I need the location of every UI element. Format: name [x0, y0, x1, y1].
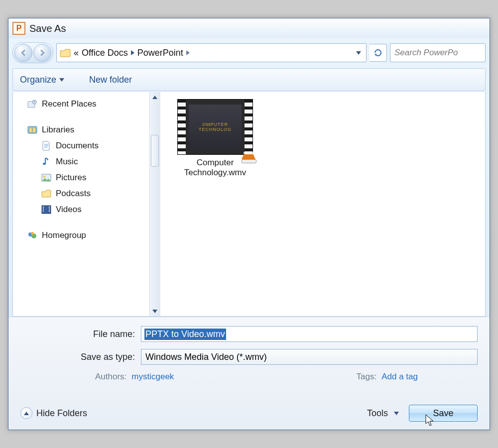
- authors-value[interactable]: mysticgeek: [131, 372, 174, 382]
- main-split: Recent Places Libraries Documents Music: [12, 92, 486, 317]
- nav-pane: Recent Places Libraries Documents Music: [13, 92, 160, 316]
- sidebar-label: Pictures: [56, 173, 86, 183]
- sidebar-item-homegroup[interactable]: Homegroup: [13, 227, 160, 243]
- footer: Hide Folders Tools Save: [20, 405, 478, 422]
- scroll-down-button[interactable]: [150, 306, 160, 316]
- hide-folders-label: Hide Folders: [36, 408, 87, 419]
- svg-rect-9: [43, 207, 44, 208]
- music-icon: [41, 156, 52, 167]
- sidebar-label: Documents: [56, 141, 99, 151]
- organize-menu[interactable]: Organize: [20, 75, 64, 85]
- sidebar-label: Podcasts: [56, 189, 91, 199]
- new-folder-label: New folder: [89, 75, 132, 85]
- chevron-down-icon: [59, 78, 64, 82]
- tools-label: Tools: [367, 408, 388, 419]
- sidebar-label: Homegroup: [42, 230, 86, 240]
- file-name-line2: Technology.wmv: [170, 168, 260, 178]
- svg-rect-14: [49, 211, 50, 212]
- svg-point-7: [43, 176, 45, 178]
- sidebar-label: Libraries: [42, 125, 74, 135]
- cursor-icon: [425, 414, 435, 427]
- tags-value[interactable]: Add a tag: [381, 372, 418, 382]
- filename-value: PPTX to Video.wmv: [144, 329, 226, 340]
- chevron-down-icon: [394, 412, 399, 415]
- save-as-dialog: P Save As « Office Docs PowerPoint: [8, 18, 490, 430]
- sidebar-label: Recent Places: [42, 99, 97, 109]
- back-forward-group: [12, 42, 53, 63]
- svg-point-5: [43, 163, 46, 165]
- breadcrumb: « Office Docs PowerPoint: [74, 48, 353, 58]
- folder-icon: [60, 47, 71, 58]
- sidebar-item-videos[interactable]: Videos: [13, 202, 160, 218]
- sidebar-item-libraries[interactable]: Libraries: [13, 122, 160, 138]
- breadcrumb-seg-2[interactable]: PowerPoint: [137, 48, 183, 58]
- svg-rect-3: [29, 128, 32, 132]
- toolbar: Organize New folder: [12, 68, 486, 91]
- sidebar-scrollbar[interactable]: [149, 92, 160, 316]
- window-title: Save As: [29, 23, 66, 34]
- arrow-right-icon: [39, 49, 46, 56]
- folder-icon: [41, 188, 52, 199]
- address-bar[interactable]: « Office Docs PowerPoint: [56, 43, 367, 62]
- scroll-thumb[interactable]: [151, 135, 159, 167]
- sidebar-item-documents[interactable]: Documents: [13, 138, 160, 154]
- organize-label: Organize: [20, 75, 56, 85]
- homegroup-icon: [27, 230, 38, 241]
- chevron-right-icon: [186, 50, 190, 55]
- refresh-icon: [373, 48, 383, 58]
- recent-places-icon: [27, 99, 38, 110]
- filename-label: File name:: [20, 329, 141, 339]
- tools-menu[interactable]: Tools: [367, 408, 399, 419]
- save-as-type-value: Windows Media Video (*.wmv): [145, 352, 267, 362]
- breadcrumb-seg-1[interactable]: Office Docs: [82, 48, 128, 58]
- chevron-right-icon: [131, 50, 134, 55]
- video-thumbnail: OMPUTER TECHNOLOG: [177, 99, 253, 155]
- svg-rect-10: [43, 209, 44, 210]
- sidebar-label: Music: [56, 157, 78, 167]
- svg-rect-12: [49, 207, 50, 208]
- bottom-panel: File name: PPTX to Video.wmv Save as typ…: [8, 317, 490, 430]
- search-input[interactable]: Search PowerPo: [390, 43, 486, 62]
- file-item[interactable]: OMPUTER TECHNOLOG Computer Technology.wm…: [170, 99, 260, 178]
- save-button[interactable]: Save: [409, 405, 478, 422]
- vlc-overlay-icon: [242, 144, 255, 159]
- refresh-button[interactable]: [370, 44, 387, 62]
- sidebar-item-recent-places[interactable]: Recent Places: [13, 96, 160, 112]
- save-as-type-label: Save as type:: [20, 352, 141, 362]
- thumbnail-caption: OMPUTER TECHNOLOG: [189, 105, 242, 149]
- save-label: Save: [433, 408, 453, 419]
- titlebar: P Save As: [8, 18, 490, 38]
- back-button[interactable]: [14, 44, 32, 62]
- scroll-up-button[interactable]: [150, 92, 160, 102]
- documents-icon: [41, 140, 52, 151]
- sidebar-item-pictures[interactable]: Pictures: [13, 170, 160, 186]
- sidebar-label: Videos: [56, 205, 82, 215]
- arrow-left-icon: [20, 49, 27, 56]
- sidebar-item-music[interactable]: Music: [13, 154, 160, 170]
- sidebar-item-podcasts[interactable]: Podcasts: [13, 186, 160, 202]
- tags-label: Tags:: [357, 372, 377, 382]
- save-as-type-combo[interactable]: Windows Media Video (*.wmv): [141, 349, 478, 365]
- hide-folders-button[interactable]: Hide Folders: [20, 407, 87, 419]
- svg-rect-11: [43, 211, 44, 212]
- libraries-icon: [27, 124, 38, 135]
- file-list[interactable]: OMPUTER TECHNOLOG Computer Technology.wm…: [160, 92, 485, 316]
- breadcrumb-prefix: «: [74, 48, 79, 58]
- svg-rect-4: [33, 128, 35, 132]
- search-placeholder: Search PowerPo: [394, 48, 458, 58]
- chevron-up-icon: [20, 407, 32, 419]
- svg-point-17: [31, 232, 34, 235]
- navigation-bar: « Office Docs PowerPoint Search PowerPo: [12, 41, 486, 64]
- new-folder-button[interactable]: New folder: [89, 75, 132, 85]
- authors-label: Authors:: [95, 372, 126, 382]
- forward-button[interactable]: [33, 44, 51, 62]
- svg-rect-13: [49, 209, 50, 210]
- pictures-icon: [41, 172, 52, 183]
- videos-icon: [41, 204, 52, 215]
- address-history-dropdown[interactable]: [353, 47, 364, 58]
- filename-input[interactable]: PPTX to Video.wmv: [141, 326, 478, 342]
- powerpoint-app-icon: P: [12, 22, 25, 35]
